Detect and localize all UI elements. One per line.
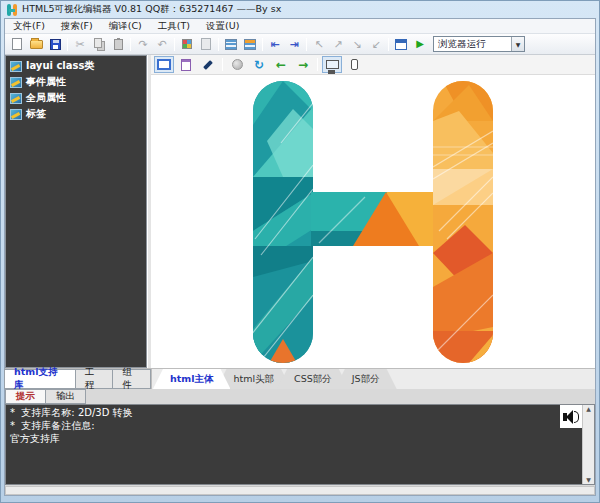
output-panel: 提示 输出 * 支持库名称: 2D/3D 转换 * 支持库备注信息: 官方支持库… <box>5 389 595 495</box>
calendar-icon[interactable] <box>392 36 410 53</box>
paste-icon[interactable] <box>109 36 127 53</box>
tab-html-body[interactable]: html主体 <box>153 369 230 389</box>
code-document-icon[interactable] <box>176 56 196 73</box>
tab-js-section[interactable]: JS部分 <box>335 369 397 389</box>
nav-marker-icon-1[interactable]: ↖ <box>310 36 328 53</box>
scroll-down-icon[interactable]: ▼ <box>586 477 591 483</box>
app-frame: 文件(F) 搜索(F) 编译(C) 工具(T) 设置(U) ✂ ↷ ↶ ⇤ <box>4 18 596 496</box>
outdent-icon[interactable]: ⇤ <box>266 36 284 53</box>
tree-item-label: 全局属性 <box>26 91 66 105</box>
menu-tools[interactable]: 工具(T) <box>150 19 198 34</box>
menu-compile[interactable]: 编译(C) <box>101 19 150 34</box>
horizontal-scrollbar[interactable] <box>5 486 595 495</box>
menu-bar: 文件(F) 搜索(F) 编译(C) 工具(T) 设置(U) <box>5 19 595 34</box>
bottom-tab-rows: html支持库 工程 组件 html主体 html头部 CSS部分 JS部分 <box>5 368 595 389</box>
home-globe-icon[interactable] <box>227 56 247 73</box>
document-icon[interactable] <box>197 36 215 53</box>
tab-components[interactable]: 组件 <box>112 369 151 389</box>
toolbar-separator <box>306 38 307 51</box>
sidebar-tabs: html支持库 工程 组件 <box>5 369 151 389</box>
preview-toolbar: ↻ ← → <box>151 55 595 75</box>
nav-marker-icon-4[interactable]: ↙ <box>367 36 385 53</box>
toolbar-separator <box>388 38 389 51</box>
design-canvas[interactable] <box>151 75 595 368</box>
mobile-view-icon[interactable] <box>344 56 364 73</box>
toolbar-separator <box>218 38 219 51</box>
run-icon[interactable]: ▶ <box>411 36 429 53</box>
nav-marker-icon-2[interactable]: ↗ <box>329 36 347 53</box>
save-icon[interactable] <box>46 36 64 53</box>
desktop-view-icon[interactable] <box>322 56 342 73</box>
window-title: HTML5可视化编辑器 V0.81 QQ群：635271467 ——By sx <box>22 3 281 16</box>
tree-item-event-attrs[interactable]: 事件属性 <box>6 74 146 90</box>
copy-icon[interactable] <box>90 36 108 53</box>
tab-html-library[interactable]: html支持库 <box>4 369 76 389</box>
speaker-glyph <box>563 410 579 424</box>
run-target-dropdown[interactable]: 浏览器运行 ▼ <box>433 36 525 52</box>
toolbar-separator <box>67 38 68 51</box>
nav-marker-icon-3[interactable]: ↘ <box>348 36 366 53</box>
toolbar-separator <box>222 58 223 71</box>
menu-settings[interactable]: 设置(U) <box>198 19 247 34</box>
output-tabs: 提示 输出 <box>5 389 595 404</box>
palette-grid-icon[interactable] <box>178 36 196 53</box>
undo-icon[interactable]: ↶ <box>153 36 171 53</box>
editor-main: ↻ ← → <box>151 55 595 368</box>
library-tree-panel: layui class类 事件属性 全局属性 标签 <box>5 55 147 368</box>
main-toolbar: ✂ ↷ ↶ ⇤ ⇥ ↖ ↗ ↘ ↙ ▶ 浏览器运行 ▼ <box>5 34 595 55</box>
output-line: 官方支持库 <box>10 432 590 445</box>
title-bar[interactable]: HTML5可视化编辑器 V0.81 QQ群：635271467 ——By sx <box>1 1 599 18</box>
toolbar-separator <box>262 38 263 51</box>
output-line: * 支持库备注信息: <box>10 419 590 432</box>
tree-item-label: 事件属性 <box>26 75 66 89</box>
output-console: * 支持库名称: 2D/3D 转换 * 支持库备注信息: 官方支持库 ▲ ▼ <box>5 404 595 485</box>
tree-item-tags[interactable]: 标签 <box>6 106 146 122</box>
open-file-icon[interactable] <box>27 36 45 53</box>
tab-project[interactable]: 工程 <box>75 369 114 389</box>
indent-icon[interactable]: ⇥ <box>285 36 303 53</box>
editor-tabs: html主体 html头部 CSS部分 JS部分 <box>151 369 595 389</box>
speaker-icon[interactable] <box>560 405 582 428</box>
scroll-up-icon[interactable]: ▲ <box>586 406 591 412</box>
output-line: * 支持库名称: 2D/3D 转换 <box>10 406 590 419</box>
chevron-down-icon[interactable]: ▼ <box>511 37 524 51</box>
html5-h-logo <box>253 81 493 363</box>
library-icon <box>10 109 22 120</box>
redo-icon[interactable]: ↷ <box>134 36 152 53</box>
forward-arrow-icon[interactable]: → <box>293 56 313 73</box>
stack-orange-icon[interactable] <box>241 36 259 53</box>
library-icon <box>10 93 22 104</box>
window-preview-icon[interactable] <box>154 56 174 73</box>
menu-file[interactable]: 文件(F) <box>5 19 53 34</box>
app-window: HTML5可视化编辑器 V0.81 QQ群：635271467 ——By sx … <box>0 0 600 503</box>
refresh-icon[interactable]: ↻ <box>249 56 269 73</box>
toolbar-separator <box>174 38 175 51</box>
workspace: layui class类 事件属性 全局属性 标签 <box>5 55 595 368</box>
back-arrow-icon[interactable]: ← <box>271 56 291 73</box>
tree-item-label: layui class类 <box>26 59 94 73</box>
app-logo-icon <box>6 4 18 16</box>
menu-search[interactable]: 搜索(F) <box>53 19 101 34</box>
tab-output[interactable]: 输出 <box>45 389 86 404</box>
vertical-scrollbar[interactable]: ▲ ▼ <box>582 405 594 484</box>
toolbar-separator <box>317 58 318 71</box>
tree-item-layui-class[interactable]: layui class类 <box>6 58 146 74</box>
toolbar-separator <box>130 38 131 51</box>
library-icon <box>10 61 22 72</box>
edit-pencil-icon[interactable] <box>198 56 218 73</box>
tree-item-global-attrs[interactable]: 全局属性 <box>6 90 146 106</box>
run-target-value: 浏览器运行 <box>434 38 511 51</box>
cut-icon[interactable]: ✂ <box>71 36 89 53</box>
tree-item-label: 标签 <box>26 107 46 121</box>
stack-blue-icon[interactable] <box>222 36 240 53</box>
new-file-icon[interactable] <box>8 36 26 53</box>
library-icon <box>10 77 22 88</box>
tab-hints[interactable]: 提示 <box>5 389 46 404</box>
